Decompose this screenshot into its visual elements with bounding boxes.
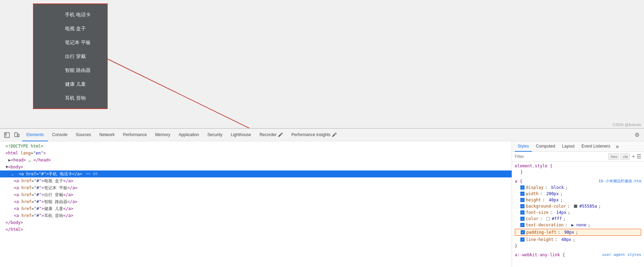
styles-tab-event-listeners[interactable]: Event Listeners	[579, 141, 613, 152]
styles-filter-bar: :hov .cls + ☰	[512, 152, 644, 161]
color-swatch-color[interactable]	[546, 217, 550, 220]
menu-item-3[interactable]: 出行 穿戴	[34, 49, 103, 63]
dom-line-a5[interactable]: <a href="#">健康 儿童</a>	[0, 205, 512, 212]
dom-line-a6[interactable]: <a href="#">耳机 音响</a>	[0, 212, 512, 219]
filter-new-rule-button[interactable]: ☰	[636, 153, 641, 160]
tab-sources[interactable]: Sources	[72, 129, 95, 141]
css-section-a: a { 18-小米侧边栏修改.htm display : block ;	[515, 178, 641, 249]
dom-line-doctype: <!DOCTYPE html>	[0, 143, 512, 150]
tab-network[interactable]: Network	[95, 129, 119, 141]
dom-line-a4[interactable]: <a href="#">智能 路由器</a>	[0, 198, 512, 205]
dom-line-a2[interactable]: <a href="#">笔记本 平板</a>	[0, 184, 512, 191]
css-checkbox-bg-color[interactable]	[520, 204, 525, 208]
dom-line-close-body: </body>	[0, 219, 512, 226]
dom-line-html: <html lang="en">	[0, 150, 512, 157]
menu-popup: 手机 电话卡 电视 盒子 笔记本 平板 出行 穿戴 智能 路由器 健康 儿童 耳…	[33, 3, 108, 109]
css-checkbox-display[interactable]	[520, 185, 525, 190]
dom-line-body[interactable]: ▼<body>	[0, 164, 512, 170]
css-checkbox-height[interactable]	[520, 198, 525, 202]
css-selector-element-style: element.style {	[515, 163, 552, 169]
tab-performance-insights[interactable]: Performance insights 🎤	[287, 129, 341, 141]
preview-area: 手机 电话卡 电视 盒子 笔记本 平板 出行 穿戴 智能 路由器 健康 儿童 耳…	[0, 0, 644, 128]
dom-line-selected[interactable]: … <a href="#">手机 电话卡</a> == $0	[0, 170, 512, 177]
tab-memory[interactable]: Memory	[151, 129, 174, 141]
tab-elements[interactable]: Elements	[22, 129, 48, 141]
css-checkbox-color[interactable]	[520, 217, 525, 221]
css-selector-a: a {	[515, 178, 522, 184]
tab-application[interactable]: Application	[174, 129, 203, 141]
css-checkbox-line-height[interactable]	[520, 237, 525, 242]
styles-content[interactable]: element.style { } a { 18-小米侧边栏修改.htm dis…	[512, 161, 644, 267]
css-checkbox-text-decoration[interactable]	[520, 223, 525, 227]
tab-performance[interactable]: Performance	[119, 129, 151, 141]
filter-hov-button[interactable]: :hov	[608, 153, 619, 160]
css-source-a[interactable]: 18-小米侧边栏修改.htm	[598, 178, 641, 184]
css-checkbox-padding-left[interactable]	[521, 230, 525, 234]
styles-panel: Styles Computed Layout Event Listeners »…	[512, 141, 644, 267]
styles-tabs: Styles Computed Layout Event Listeners »	[512, 141, 644, 152]
dom-line-a1[interactable]: <a href="#">电视 盒子</a>	[0, 177, 512, 184]
svg-rect-6	[18, 134, 19, 137]
css-source-webkit[interactable]: user agent styles	[602, 252, 641, 258]
devtools-panel: Elements Console Sources Network Perform…	[0, 128, 644, 267]
tab-console[interactable]: Console	[48, 129, 72, 141]
filter-add-button[interactable]: +	[632, 153, 635, 160]
tab-recorder[interactable]: Recorder 🎤	[255, 129, 287, 141]
css-checkbox-width[interactable]	[520, 192, 525, 196]
devtools-toolbar: Elements Console Sources Network Perform…	[0, 129, 644, 141]
menu-item-6[interactable]: 耳机 音响	[34, 91, 103, 105]
css-property-width: width : 200px ;	[515, 191, 641, 197]
css-checkbox-font-size[interactable]	[520, 210, 525, 215]
css-section-element-style: element.style { }	[515, 163, 641, 175]
css-property-background-color: background-color : #55585a ;	[515, 203, 641, 209]
dom-panel[interactable]: <!DOCTYPE html> <html lang="en"> ▶<head>…	[0, 141, 512, 267]
menu-item-0[interactable]: 手机 电话卡	[34, 8, 103, 22]
dom-line-a3[interactable]: <a href="#">出行 穿戴</a>	[0, 191, 512, 198]
devtools-settings-button[interactable]: ⚙	[633, 131, 641, 139]
tab-security[interactable]: Security	[203, 129, 226, 141]
css-property-line-height: line-height : 40px ;	[515, 236, 641, 243]
css-property-height: height : 40px ;	[515, 197, 641, 203]
dom-line-close-html: </html>	[0, 226, 512, 233]
styles-tab-more[interactable]: »	[616, 143, 619, 150]
css-property-font-size: font-size : 14px ;	[515, 209, 641, 216]
inspect-element-button[interactable]	[3, 131, 11, 139]
toggle-device-button[interactable]	[13, 131, 21, 139]
tab-lighthouse[interactable]: Lighthouse	[226, 129, 255, 141]
filter-cls-button[interactable]: .cls	[620, 153, 630, 160]
styles-filter-input[interactable]	[515, 154, 607, 159]
css-property-color: color : #fff ;	[515, 216, 641, 222]
color-swatch-bg[interactable]	[574, 205, 577, 208]
menu-item-2[interactable]: 笔记本 平板	[34, 35, 103, 49]
css-property-display: display : block ;	[515, 184, 641, 191]
svg-rect-5	[15, 133, 17, 137]
styles-tab-computed[interactable]: Computed	[533, 141, 558, 152]
css-property-padding-left: padding-left : 90px ;	[515, 229, 641, 236]
menu-item-4[interactable]: 智能 路由器	[34, 63, 103, 77]
css-section-webkit-any-link: a:-webkit-any-link { user agent styles	[515, 252, 641, 258]
devtools-body: <!DOCTYPE html> <html lang="en"> ▶<head>…	[0, 141, 644, 267]
css-selector-webkit: a:-webkit-any-link {	[515, 252, 565, 258]
css-property-text-decoration: text-decoration : ▶ none ;	[515, 222, 641, 228]
menu-item-1[interactable]: 电视 盒子	[34, 22, 103, 35]
dom-line-head[interactable]: ▶<head> … </head>	[0, 157, 512, 164]
svg-line-0	[108, 59, 413, 128]
menu-item-5[interactable]: 健康 儿童	[34, 77, 103, 91]
styles-tab-styles[interactable]: Styles	[515, 141, 532, 152]
svg-rect-3	[5, 133, 7, 135]
styles-tab-layout[interactable]: Layout	[559, 141, 577, 152]
watermark: CSDN @Autovin	[613, 123, 641, 127]
